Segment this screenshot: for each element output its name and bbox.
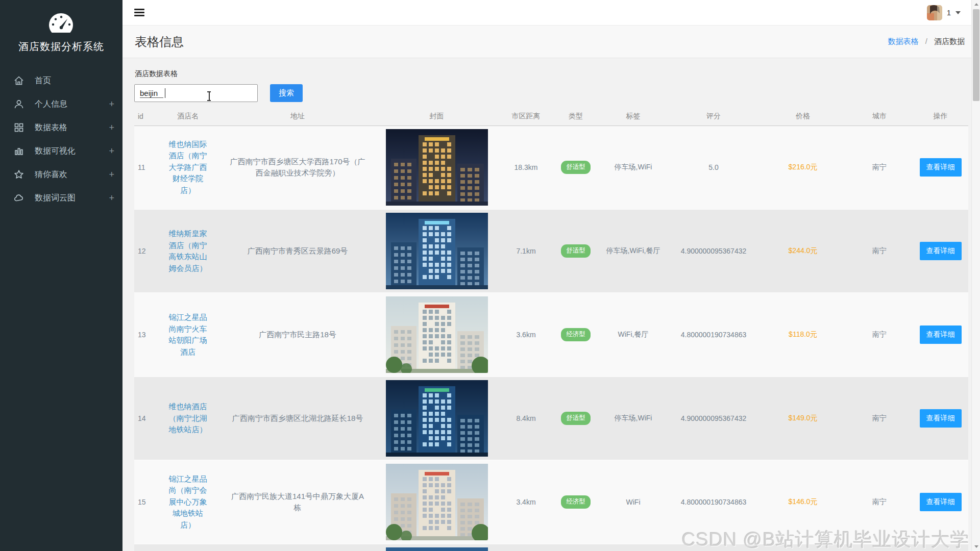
sidebar-toggle-button[interactable]	[134, 9, 144, 16]
sidebar: 酒店数据分析系统 首页 个人信息 + 数据表格 +	[0, 0, 122, 551]
cell-photo	[374, 460, 499, 544]
header-hotel-name: 酒店名	[155, 108, 221, 126]
header-price: 价格	[760, 108, 846, 126]
sidebar-item-label: 首页	[35, 76, 51, 86]
header-action: 操作	[913, 108, 968, 126]
breadcrumb-link-data-table[interactable]: 数据表格	[888, 37, 918, 45]
hotel-name-link[interactable]: 维纳斯皇家酒店（南宁高铁东站山姆会员店）	[166, 228, 209, 274]
scroll-down-arrow[interactable]	[972, 542, 980, 551]
cell-distance: 7.1km	[499, 209, 553, 293]
sidebar-item-recommend[interactable]: 猜你喜欢 +	[0, 163, 122, 186]
type-badge: 舒适型	[561, 244, 591, 258]
cell-address	[221, 544, 374, 551]
star-icon	[14, 169, 24, 180]
cell-id	[134, 544, 155, 551]
cell-action: 查看详细	[913, 293, 968, 377]
cell-price: $149.0元	[760, 377, 846, 460]
hotel-name-link[interactable]: 维也纳国际酒店（南宁大学路广西财经学院店）	[166, 139, 209, 196]
expand-plus-icon[interactable]: +	[109, 99, 114, 109]
sidebar-item-data-table[interactable]: 数据表格 +	[0, 116, 122, 139]
cell-type: 舒适型	[553, 209, 599, 293]
content-header: 表格信息 数据表格 / 酒店数据	[122, 26, 980, 58]
sidebar-item-label: 数据可视化	[35, 146, 76, 157]
cell-address: 广西南宁民族大道141号中鼎万象大厦A栋	[221, 460, 374, 544]
sidebar-item-profile[interactable]: 个人信息 +	[0, 92, 122, 116]
hotel-photo-image	[386, 213, 488, 289]
cell-action: 查看详细	[913, 126, 968, 210]
cloud-icon	[14, 193, 24, 203]
home-icon	[14, 76, 24, 86]
scrollbar-thumb[interactable]	[973, 9, 979, 101]
cell-price: $118.0元	[760, 293, 846, 377]
sidebar-nav: 首页 个人信息 + 数据表格 + 数据可视化 +	[0, 69, 122, 210]
scroll-up-arrow[interactable]	[972, 0, 980, 9]
sidebar-item-label: 数据词云图	[35, 193, 76, 204]
view-detail-button[interactable]: 查看详细	[920, 409, 962, 428]
cell-hotel-name: 锦江之星品尚（南宁会展中心万象城地铁站店）	[155, 460, 221, 544]
expand-plus-icon[interactable]: +	[109, 146, 114, 156]
cell-address: 广西南宁市西乡塘区大学西路170号（广西金融职业技术学院旁）	[221, 126, 374, 210]
header-address: 地址	[221, 108, 374, 126]
grid-icon	[14, 122, 24, 133]
hotel-name-link[interactable]: 锦江之星品尚南宁火车站朝阳广场酒店	[166, 312, 209, 358]
breadcrumb: 数据表格 / 酒店数据	[888, 37, 965, 46]
hotel-photo-image	[386, 380, 488, 457]
cell-id: 15	[134, 460, 155, 544]
cell-rating: 4.800000190734863	[668, 293, 760, 377]
expand-plus-icon[interactable]: +	[109, 170, 114, 179]
user-icon	[14, 99, 24, 109]
hotel-photo-image	[386, 296, 488, 373]
cell-hotel-name: 维也纳国际酒店（南宁大学路广西财经学院店）	[155, 126, 221, 210]
hotel-name-link[interactable]: 锦江之星品尚（南宁会展中心万象城地铁站店）	[166, 473, 209, 531]
sidebar-item-home[interactable]: 首页	[0, 69, 122, 92]
hotel-photo	[386, 129, 488, 206]
topbar: 1	[122, 0, 980, 26]
hotel-photo	[386, 296, 488, 373]
main-area: 1 表格信息 数据表格 / 酒店数据 酒店数据表格 搜索	[122, 0, 980, 551]
sidebar-item-wordcloud[interactable]: 数据词云图 +	[0, 186, 122, 210]
expand-plus-icon[interactable]: +	[109, 123, 114, 132]
cell-city: 南宁	[846, 126, 913, 210]
sidebar-item-visualization[interactable]: 数据可视化 +	[0, 139, 122, 163]
cell-distance	[499, 544, 553, 551]
hotel-name-link[interactable]: 维也纳酒店（南宁北湖地铁站店）	[166, 401, 209, 436]
view-detail-button[interactable]: 查看详细	[920, 158, 962, 177]
cell-tags: 停车场,WiFi	[599, 377, 668, 460]
header-cover: 封面	[374, 108, 499, 126]
cell-tags: 停车场,WiFi	[599, 126, 668, 210]
cell-action: 查看详细	[913, 209, 968, 293]
user-menu[interactable]: 1	[927, 5, 961, 20]
hotel-photo-image	[386, 464, 488, 540]
cell-address: 广西南宁市西乡塘区北湖北路延长18号	[221, 377, 374, 460]
cell-type: 舒适型	[553, 377, 599, 460]
cell-action: 查看详细	[913, 377, 968, 460]
price-text: $118.0元	[789, 330, 817, 338]
search-button[interactable]: 搜索	[270, 84, 303, 102]
hotel-photo-image	[386, 547, 488, 551]
view-detail-button[interactable]: 查看详细	[920, 493, 962, 511]
header-type: 类型	[553, 108, 599, 126]
cell-type: 舒适型	[553, 126, 599, 210]
sidebar-item-label: 猜你喜欢	[35, 169, 67, 180]
cell-photo	[374, 377, 499, 460]
view-detail-button[interactable]: 查看详细	[920, 325, 962, 344]
cell-address: 广西南宁市青秀区云景路69号	[221, 209, 374, 293]
cell-id: 14	[134, 377, 155, 460]
hotel-photo	[386, 213, 488, 289]
header-rating: 评分	[668, 108, 760, 126]
hotel-photo-image	[386, 129, 488, 206]
table-row: 13锦江之星品尚南宁火车站朝阳广场酒店广西南宁市民主路18号 3.6km经济型W…	[134, 293, 968, 377]
cell-id: 11	[134, 126, 155, 210]
app-logo: 酒店数据分析系统	[0, 0, 122, 54]
cell-city: 南宁	[846, 377, 913, 460]
price-text: $149.0元	[789, 414, 818, 422]
hotel-photo	[386, 464, 488, 540]
cell-hotel-name	[155, 544, 221, 551]
search-input[interactable]	[134, 84, 258, 102]
view-detail-button[interactable]: 查看详细	[920, 242, 962, 260]
gauge-logo-icon	[47, 12, 75, 34]
header-distance: 市区距离	[499, 108, 553, 126]
scrollbar[interactable]	[971, 0, 980, 551]
breadcrumb-separator: /	[925, 37, 927, 45]
expand-plus-icon[interactable]: +	[109, 193, 114, 203]
